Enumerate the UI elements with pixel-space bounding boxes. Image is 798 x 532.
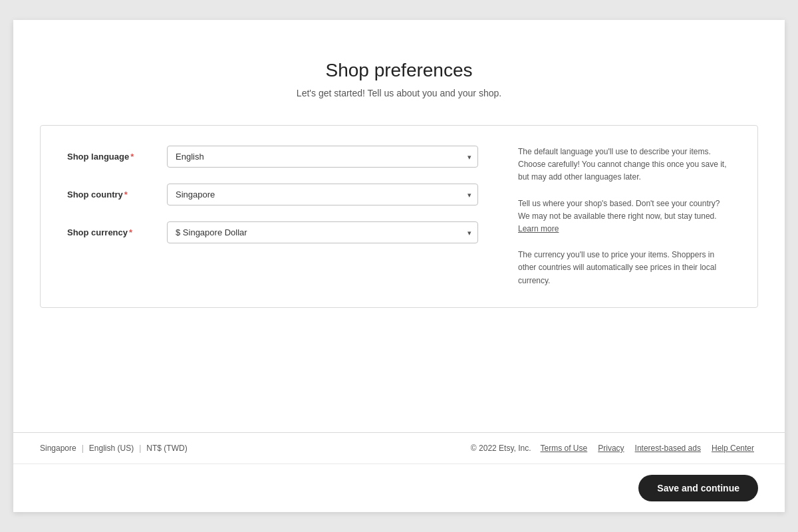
country-select-wrapper: Singapore United States United Kingdom A… (167, 184, 478, 205)
main-content: Shop preferences Let's get started! Tell… (13, 20, 785, 432)
country-info: Tell us where your shop's based. Don't s… (518, 198, 731, 236)
page-container: Shop preferences Let's get started! Tell… (13, 20, 785, 512)
help-center-link[interactable]: Help Center (712, 444, 754, 453)
interest-ads-link[interactable]: Interest-based ads (635, 444, 701, 453)
currency-row: Shop currency* $ Singapore Dollar $ US D… (67, 221, 478, 243)
language-select[interactable]: English French German Spanish Italian Ja… (167, 146, 478, 168)
privacy-link[interactable]: Privacy (598, 444, 624, 453)
currency-label: Shop currency* (67, 227, 154, 237)
country-select[interactable]: Singapore United States United Kingdom A… (167, 184, 478, 205)
info-section: The default language you'll use to descr… (518, 146, 731, 287)
language-info: The default language you'll use to descr… (518, 146, 731, 184)
language-row: Shop language* English French German Spa… (67, 146, 478, 168)
footer-language: English (US) (89, 444, 134, 453)
footer-copyright: © 2022 Etsy, Inc. (471, 444, 531, 453)
language-label: Shop language* (67, 152, 154, 162)
form-section: Shop language* English French German Spa… (67, 146, 478, 287)
save-continue-button[interactable]: Save and continue (638, 475, 758, 501)
required-star: * (130, 152, 134, 162)
country-row: Shop country* Singapore United States Un… (67, 184, 478, 205)
separator-1: | (82, 444, 84, 453)
learn-more-link[interactable]: Learn more (518, 224, 559, 233)
terms-of-use-link[interactable]: Terms of Use (541, 444, 588, 453)
required-star: * (129, 227, 132, 237)
footer-region: Singapore | English (US) | NT$ (TWD) © 2… (13, 432, 785, 464)
page-title: Shop preferences (325, 60, 472, 81)
footer-locale: Singapore | English (US) | NT$ (TWD) (40, 444, 188, 453)
footer-links: © 2022 Etsy, Inc. Terms of Use Privacy I… (471, 444, 758, 453)
country-label: Shop country* (67, 190, 154, 200)
currency-info: The currency you'll use to price your it… (518, 249, 731, 287)
footer-currency: NT$ (TWD) (146, 444, 187, 453)
separator-2: | (139, 444, 141, 453)
page-subtitle: Let's get started! Tell us about you and… (297, 88, 501, 98)
action-bar: Save and continue (13, 464, 785, 512)
currency-select[interactable]: $ Singapore Dollar $ US Dollar £ British… (167, 221, 478, 243)
language-select-wrapper: English French German Spanish Italian Ja… (167, 146, 478, 168)
preferences-card: Shop language* English French German Spa… (40, 125, 758, 308)
footer-country: Singapore (40, 444, 76, 453)
required-star: * (124, 190, 128, 200)
currency-select-wrapper: $ Singapore Dollar $ US Dollar £ British… (167, 221, 478, 243)
